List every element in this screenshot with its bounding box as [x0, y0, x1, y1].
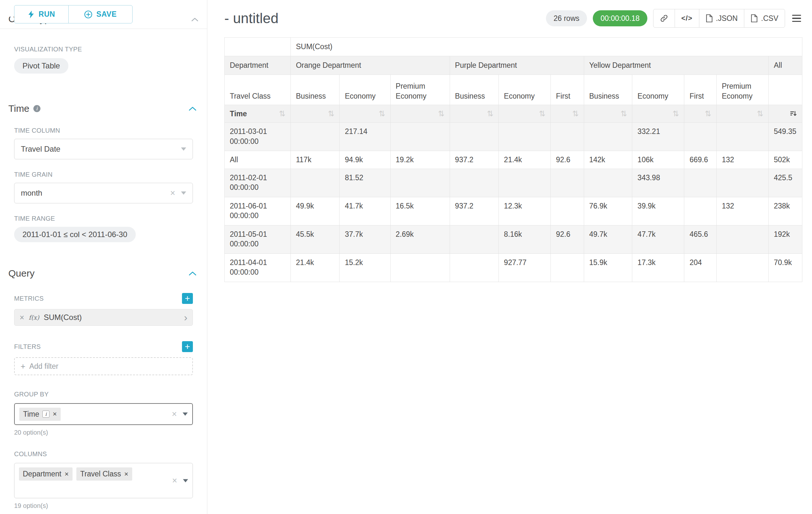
- sort-icon[interactable]: ⇅: [279, 110, 285, 117]
- chevron-down-icon: [183, 479, 188, 482]
- sort-icon[interactable]: ⇅: [539, 110, 545, 117]
- viz-type-chip[interactable]: Pivot Table: [14, 58, 68, 74]
- group-by-select[interactable]: Time i × ×: [14, 403, 193, 425]
- pivot-value-cell: [450, 253, 499, 282]
- export-csv-button[interactable]: .CSV: [744, 9, 785, 28]
- clear-icon[interactable]: ×: [172, 477, 177, 485]
- sort-icon[interactable]: ⇅: [705, 110, 711, 117]
- columns-select[interactable]: Department × Travel Class × ×: [14, 463, 193, 498]
- sort-column-button[interactable]: ⇅: [632, 105, 684, 123]
- pivot-value-cell: 16.5k: [390, 197, 450, 225]
- view-query-button[interactable]: </>: [675, 9, 699, 28]
- menu-button[interactable]: [791, 13, 802, 24]
- pivot-value-cell: [551, 197, 584, 225]
- sort-icon[interactable]: ⇅: [620, 110, 627, 117]
- pivot-column-header: Premium Economy: [716, 75, 768, 105]
- save-button[interactable]: SAVE: [68, 5, 133, 23]
- pivot-column-header: [769, 75, 802, 105]
- remove-chip-icon[interactable]: ×: [64, 470, 69, 478]
- time-column-label: TIME COLUMN: [14, 127, 197, 134]
- remove-chip-icon[interactable]: ×: [124, 470, 128, 478]
- pivot-value-cell: 47.7k: [632, 225, 684, 253]
- pivot-column-group-header: Yellow Department: [584, 56, 768, 75]
- row-count-badge: 26 rows: [546, 10, 587, 26]
- time-grain-value: month: [21, 189, 170, 197]
- chevron-down-icon: [183, 412, 188, 416]
- group-by-chip: Time i ×: [19, 408, 61, 421]
- pivot-travel-class-corner: Travel Class: [225, 75, 291, 105]
- pivot-value-cell: 132: [716, 151, 768, 169]
- sort-icon[interactable]: ⇅: [379, 110, 385, 117]
- pivot-value-cell: [551, 169, 584, 197]
- run-button-label: RUN: [38, 10, 55, 19]
- pivot-column-header: Business: [584, 75, 632, 105]
- sort-icon[interactable]: ⇅: [757, 110, 763, 117]
- chevron-right-icon[interactable]: ›: [184, 312, 187, 323]
- pivot-column-group-header: Purple Department: [450, 56, 584, 75]
- sort-icon[interactable]: ⇅: [572, 110, 579, 117]
- pivot-table: SUM(Cost)DepartmentOrange DepartmentPurp…: [224, 37, 802, 282]
- pivot-department-corner: Department: [225, 56, 291, 75]
- pivot-data-row: 2011-05-01 00:00:0045.5k37.7k2.69k8.16k9…: [225, 225, 802, 253]
- sort-column-button[interactable]: ⇅: [716, 105, 768, 123]
- add-filter-button[interactable]: + Add filter: [14, 357, 193, 375]
- sort-column-button[interactable]: ⇅: [450, 105, 499, 123]
- pivot-value-cell: 92.6: [551, 225, 584, 253]
- time-column-value: Travel Date: [21, 144, 181, 154]
- sort-icon[interactable]: ⇅: [487, 110, 493, 117]
- sort-icon[interactable]: ⇅: [328, 110, 334, 117]
- collapse-chevron-icon[interactable]: [188, 106, 197, 111]
- pivot-value-cell: 45.5k: [290, 225, 340, 253]
- sort-column-button[interactable]: ⇅: [684, 105, 716, 123]
- sort-column-button[interactable]: ⇅: [499, 105, 551, 123]
- time-section-title: Time: [8, 103, 30, 114]
- clear-icon[interactable]: ×: [170, 189, 175, 197]
- chevron-up-icon: [191, 17, 199, 22]
- remove-metric-icon[interactable]: ×: [20, 313, 24, 322]
- control-panel: Chart Type RUN SAVE VISUALIZATION TYPE P…: [0, 0, 207, 514]
- pivot-value-cell: 132: [716, 197, 768, 225]
- pivot-column-group-header: Orange Department: [290, 56, 450, 75]
- columns-chip-label: Travel Class: [80, 470, 121, 478]
- pivot-column-header: Premium Economy: [390, 75, 450, 105]
- chart-header: - untitled 26 rows 00:00:00.18 </> .JSON…: [224, 0, 802, 28]
- sort-column-button[interactable]: [769, 105, 802, 123]
- time-column-select[interactable]: Travel Date: [14, 139, 193, 159]
- sort-column-button[interactable]: ⇅: [290, 105, 340, 123]
- run-button[interactable]: RUN: [14, 5, 69, 23]
- pivot-value-cell: 204: [684, 253, 716, 282]
- remove-chip-icon[interactable]: ×: [53, 410, 57, 418]
- add-filter-plus-button[interactable]: +: [182, 341, 193, 352]
- pivot-value-cell: 117k: [290, 151, 340, 169]
- pivot-column-header: Economy: [499, 75, 551, 105]
- pivot-value-cell: 37.7k: [340, 225, 390, 253]
- pivot-value-cell: 343.98: [632, 169, 684, 197]
- pivot-time-corner-sort[interactable]: Time⇅: [225, 105, 291, 123]
- export-json-button[interactable]: .JSON: [699, 9, 745, 28]
- sort-column-button[interactable]: ⇅: [551, 105, 584, 123]
- save-button-label: SAVE: [96, 10, 116, 19]
- pivot-value-cell: 425.5: [769, 169, 802, 197]
- sort-descending-icon[interactable]: [789, 110, 797, 117]
- add-metric-button[interactable]: +: [182, 293, 193, 304]
- plus-icon: +: [21, 361, 25, 371]
- group-by-chip-label: Time: [23, 410, 39, 418]
- clear-icon[interactable]: ×: [172, 410, 177, 418]
- pivot-column-header: Economy: [340, 75, 390, 105]
- chart-area: - untitled 26 rows 00:00:00.18 </> .JSON…: [207, 0, 812, 514]
- metric-chip[interactable]: × f(x) SUM(Cost) ›: [14, 309, 193, 326]
- pivot-row-label: 2011-06-01 00:00:00: [225, 197, 291, 225]
- sort-column-button[interactable]: ⇅: [390, 105, 450, 123]
- time-range-chip[interactable]: 2011-01-01 ≤ col < 2011-06-30: [14, 227, 136, 242]
- sort-icon[interactable]: ⇅: [438, 110, 444, 117]
- pivot-value-cell: 15.2k: [340, 253, 390, 282]
- pivot-row-label: 2011-03-01 00:00:00: [225, 123, 291, 151]
- share-link-button[interactable]: [653, 9, 675, 28]
- time-grain-select[interactable]: month ×: [14, 183, 193, 204]
- sort-icon[interactable]: ⇅: [672, 110, 679, 117]
- sort-column-button[interactable]: ⇅: [340, 105, 390, 123]
- collapse-chevron-icon[interactable]: [188, 271, 197, 276]
- sort-column-button[interactable]: ⇅: [584, 105, 632, 123]
- code-icon: </>: [682, 14, 693, 23]
- group-by-label: GROUP BY: [14, 390, 197, 398]
